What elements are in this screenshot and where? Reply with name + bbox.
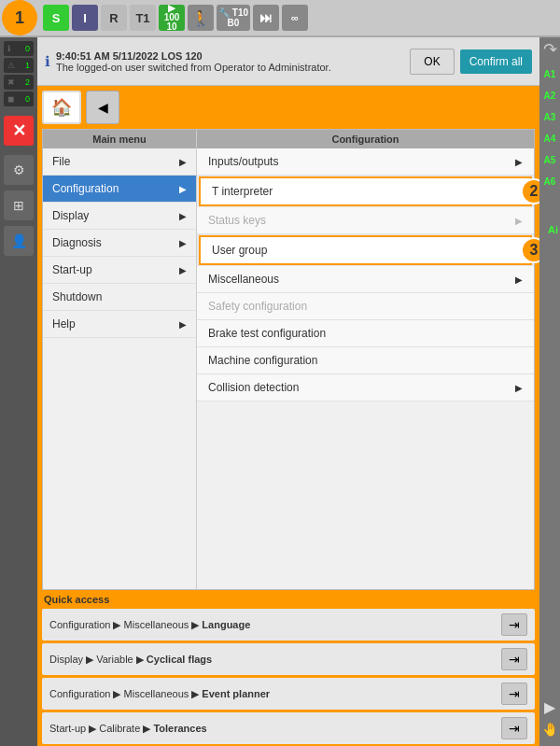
- t-interpreter-item[interactable]: T interpreter: [199, 176, 532, 206]
- info-icon: ℹ: [45, 53, 50, 70]
- user-group-item[interactable]: User group: [199, 235, 532, 265]
- top-bar: 1 S I R T1 ▶10010 🚶 🔧 T10B0 ⏭ ∞: [0, 0, 560, 37]
- walk-button[interactable]: 🚶: [188, 5, 214, 31]
- notification-text: 9:40:51 AM 5/11/2022 LOS 120 The logged-…: [56, 50, 404, 73]
- right-label-a6: A6: [544, 176, 556, 187]
- nav-bar: 🏠 ◀: [42, 91, 535, 124]
- indicators: ℹ 0 ⚠ 1 ✖ 2 ◼ 0: [4, 41, 34, 106]
- person-icon[interactable]: 👤: [4, 226, 34, 256]
- startup-menu-item[interactable]: Start-up ▶: [43, 257, 196, 284]
- right-label-a4: A4: [544, 134, 556, 144]
- back-button[interactable]: ◀: [86, 91, 119, 124]
- quick-access-section: Quick access Configuration ▶ Miscellaneo…: [42, 590, 535, 746]
- i-button[interactable]: I: [72, 5, 98, 31]
- run-button[interactable]: ▶10010: [159, 5, 185, 31]
- grid-icon[interactable]: ⊞: [4, 190, 34, 220]
- diagnosis-menu-item[interactable]: Diagnosis ▶: [43, 230, 196, 257]
- right-label-a5: A5: [544, 155, 556, 165]
- orange-container: 🏠 ◀ Main menu File ▶ Configuration ▶ Dis…: [37, 86, 539, 746]
- qa-tolerances-btn[interactable]: ⇥: [501, 717, 527, 739]
- qa-event-btn[interactable]: ⇥: [501, 683, 527, 705]
- qa-cyclical-btn[interactable]: ⇥: [501, 648, 527, 670]
- t1-button[interactable]: T1: [130, 5, 156, 31]
- close-button[interactable]: ✕: [4, 116, 34, 146]
- inf-button[interactable]: ∞: [282, 5, 308, 31]
- inputs-outputs-item[interactable]: Inputs/outputs ▶: [197, 148, 534, 176]
- hand-icon[interactable]: 🤚: [542, 722, 558, 737]
- indicator-1: ℹ 0: [4, 41, 34, 56]
- ai-label: Ai: [548, 224, 558, 235]
- qa-tolerances[interactable]: Start-up ▶ Calibrate ▶ Tolerances ⇥: [42, 712, 535, 744]
- miscellaneous-item[interactable]: Miscellaneous ▶: [197, 266, 534, 293]
- config-menu-panel: Configuration Inputs/outputs ▶ T interpr…: [197, 130, 534, 589]
- right-label-a1: A1: [544, 69, 556, 79]
- home-button[interactable]: 🏠: [42, 91, 81, 124]
- quick-access-list: Configuration ▶ Miscellaneous ▶ Language…: [42, 609, 535, 744]
- left-sidebar: ℹ 0 ⚠ 1 ✖ 2 ◼ 0 ✕ ⚙ ⊞ 👤: [0, 37, 37, 746]
- main-content: ℹ 9:40:51 AM 5/11/2022 LOS 120 The logge…: [37, 37, 539, 746]
- collision-detection-item[interactable]: Collision detection ▶: [197, 374, 534, 401]
- file-menu-item[interactable]: File ▶: [43, 148, 196, 176]
- main-menu-panel: Main menu File ▶ Configuration ▶ Display…: [43, 130, 197, 589]
- play-icon[interactable]: ▶: [544, 698, 555, 716]
- user-group-wrapper: User group 3: [197, 234, 534, 266]
- qa-event[interactable]: Configuration ▶ Miscellaneous ▶ Event pl…: [42, 678, 535, 710]
- config-menu-header: Configuration: [197, 130, 534, 148]
- quick-access-header: Quick access: [42, 594, 535, 605]
- qa-cyclical[interactable]: Display ▶ Variable ▶ Cyclical flags ⇥: [42, 643, 535, 675]
- right-sidebar: ↷ A1 A2 A3 A4 A5 A6 ▶ 🤚: [539, 37, 560, 746]
- main-menu-header: Main menu: [43, 130, 196, 148]
- s-button[interactable]: S: [43, 5, 69, 31]
- t-interpreter-wrapper: T interpreter 2: [197, 176, 534, 207]
- status-keys-item: Status keys ▶: [197, 207, 534, 234]
- help-menu-item[interactable]: Help ▶: [43, 311, 196, 338]
- tool-button[interactable]: 🔧 T10B0: [217, 5, 250, 31]
- indicator-4: ◼ 0: [4, 91, 34, 106]
- right-label-a2: A2: [544, 91, 556, 101]
- configuration-menu-item[interactable]: Configuration ▶: [43, 176, 196, 203]
- step-indicator: 1: [2, 0, 37, 35]
- qa-language-btn[interactable]: ⇥: [501, 613, 527, 636]
- indicator-3: ✖ 2: [4, 75, 34, 90]
- config-menu-spacer: [197, 401, 534, 589]
- right-arrow-up[interactable]: ↷: [543, 41, 557, 58]
- confirm-all-button[interactable]: Confirm all: [460, 49, 532, 74]
- notification-message: The logged-on user switched from Operato…: [56, 62, 404, 73]
- shutdown-menu-item[interactable]: Shutdown: [43, 284, 196, 311]
- machine-config-item[interactable]: Machine configuration: [197, 347, 534, 374]
- r-button[interactable]: R: [101, 5, 127, 31]
- top-button-group: S I R T1 ▶10010 🚶 🔧 T10B0 ⏭ ∞: [39, 5, 560, 31]
- settings-icon[interactable]: ⚙: [4, 155, 34, 185]
- right-label-a3: A3: [544, 112, 556, 122]
- notification-time: 9:40:51 AM 5/11/2022 LOS 120: [56, 50, 404, 62]
- safety-config-item: Safety configuration: [197, 293, 534, 320]
- notification-bar: ℹ 9:40:51 AM 5/11/2022 LOS 120 The logge…: [37, 37, 539, 86]
- menu-panel: Main menu File ▶ Configuration ▶ Display…: [42, 129, 535, 590]
- ok-button[interactable]: OK: [410, 49, 454, 75]
- qa-language[interactable]: Configuration ▶ Miscellaneous ▶ Language…: [42, 609, 535, 640]
- ff-button[interactable]: ⏭: [253, 5, 279, 31]
- indicator-2: ⚠ 1: [4, 58, 34, 73]
- brake-test-item[interactable]: Brake test configuration: [197, 320, 534, 347]
- display-menu-item[interactable]: Display ▶: [43, 203, 196, 230]
